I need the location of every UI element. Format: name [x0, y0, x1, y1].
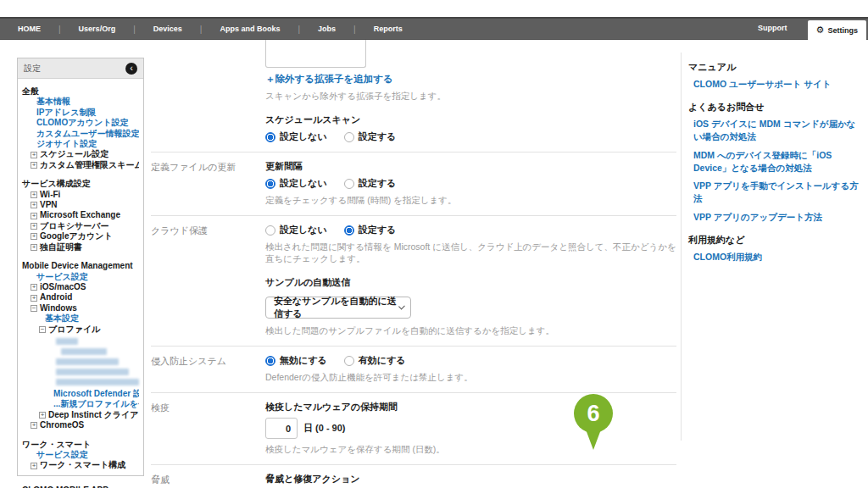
link-faq-vpp-update[interactable]: VPP アプリのアップデート方法: [693, 211, 860, 224]
sidebar-item-work-smart-service[interactable]: サービス設定: [22, 450, 139, 460]
sidebar-item-work-smart-config[interactable]: +ワーク・スマート構成: [22, 460, 139, 470]
sidebar-item-custom-user-info[interactable]: カスタムユーザー情報設定: [22, 129, 139, 139]
quarantine-retention-label: 検疫したマルウェアの保持期間: [265, 401, 676, 413]
sidebar-item-new-profile[interactable]: ...新規プロファイルを作成: [22, 399, 139, 409]
nav-item-jobs[interactable]: Jobs: [300, 25, 353, 33]
radio-label: 設定しない: [280, 224, 327, 236]
sidebar-item-android[interactable]: +Android: [22, 292, 139, 302]
auto-sample-submit-select[interactable]: 安全なサンプルを自動的に送信する: [265, 297, 411, 319]
sidebar-item-proxy-server[interactable]: +プロキシサーバー: [22, 221, 139, 231]
expand-plus-icon[interactable]: +: [31, 202, 37, 208]
sidebar-collapse-button[interactable]: ‹: [125, 63, 137, 75]
nav-item-devices[interactable]: Devices: [136, 25, 200, 33]
definition-update-section: 定義ファイルの更新 更新間隔 設定しない 設定する 定義をチェックする間隔 (時…: [151, 152, 676, 215]
expand-plus-icon[interactable]: +: [31, 422, 37, 429]
tree-label: カスタム管理権限スキーム設定: [40, 160, 139, 170]
nav-item-apps-and-books[interactable]: Apps and Books: [202, 25, 298, 33]
intrusion-prevention-radio-group: 無効にする 有効にする: [265, 354, 676, 367]
tree-label: iOS/macOS: [40, 282, 86, 292]
radio-option-not-set[interactable]: 設定しない: [265, 130, 327, 143]
terms-header: 利用規約など: [688, 234, 860, 247]
nav-item-users-org[interactable]: Users/Org: [61, 25, 134, 33]
sidebar-item-microsoft-defender-profile[interactable]: Microsoft Defender 設定プロ...: [22, 389, 139, 399]
radio-option-not-set[interactable]: 設定しない: [265, 177, 327, 190]
expand-plus-icon[interactable]: +: [31, 191, 37, 198]
vertical-divider: [681, 53, 682, 441]
auto-sample-submit-label: サンプルの自動送信: [265, 276, 676, 289]
expand-plus-icon[interactable]: +: [31, 295, 37, 302]
expand-plus-icon[interactable]: +: [31, 213, 37, 219]
sidebar-item-ios-macos[interactable]: +iOS/macOS: [22, 282, 139, 292]
link-clomo-user-support-site[interactable]: CLOMO ユーザーサポート サイト: [693, 78, 860, 91]
link-clomo-terms[interactable]: CLOMO利用規約: [693, 251, 860, 263]
nav-item-support[interactable]: Support: [758, 19, 808, 32]
tree-label: VPN: [40, 200, 58, 210]
add-exclude-extension-link[interactable]: ＋除外する拡張子を追加する: [265, 73, 676, 86]
sidebar-item-ip-restriction[interactable]: IPアドレス制限: [22, 108, 139, 118]
sidebar-item-chromeos[interactable]: +ChromeOS: [22, 420, 139, 430]
link-faq-vpp-manual-install[interactable]: VPP アプリを手動でインストールする方法: [693, 180, 860, 205]
quarantine-help: 検疫したマルウェアを保存する期間 (日数)。: [265, 444, 676, 456]
sidebar-item-geosite[interactable]: ジオサイト設定: [22, 139, 139, 149]
tree-label: Wi-Fi: [40, 190, 60, 200]
expand-plus-icon[interactable]: +: [31, 162, 37, 169]
radio-option-enable[interactable]: 有効にする: [344, 354, 406, 367]
expand-plus-icon[interactable]: +: [31, 152, 37, 158]
sidebar-item-schedule-settings[interactable]: +スケジュール設定: [22, 149, 139, 159]
radio-unselected-icon: [265, 225, 275, 236]
expand-plus-icon[interactable]: +: [31, 223, 37, 230]
redacted-profile-item: [56, 369, 129, 375]
radio-option-set[interactable]: 設定する: [344, 130, 397, 143]
nav-item-home[interactable]: HOME: [0, 25, 58, 33]
nav-item-reports[interactable]: Reports: [356, 25, 420, 33]
radio-label: 設定しない: [280, 130, 327, 143]
sidebar-item-basic-info[interactable]: 基本情報: [22, 97, 139, 107]
threat-action-label: 脅威と修復アクション: [265, 473, 676, 485]
radio-option-set[interactable]: 設定する: [344, 224, 397, 236]
sidebar-item-google-account[interactable]: +Googleアカウント: [22, 231, 139, 241]
sidebar-item-wifi[interactable]: +Wi-Fi: [22, 190, 139, 200]
row-label-empty: [151, 40, 265, 143]
intrusion-prevention-section: 侵入防止システム 無効にする 有効にする Defenderの侵入防止機能を許可ま…: [151, 346, 676, 392]
intrusion-prevention-help: Defenderの侵入防止機能を許可または禁止します。: [265, 372, 676, 384]
tree-label: ワーク・スマート構成: [40, 460, 125, 470]
gear-icon: ⚙: [816, 25, 825, 35]
expand-plus-icon[interactable]: +: [31, 463, 37, 469]
sidebar-item-custom-certificate[interactable]: +独自証明書: [22, 242, 139, 252]
definition-update-row-label: 定義ファイルの更新: [151, 160, 265, 207]
sidebar-item-mdm-service-settings[interactable]: サービス設定: [22, 272, 139, 282]
update-interval-radio-group: 設定しない 設定する: [265, 177, 676, 190]
sidebar-item-custom-admin-scheme[interactable]: +カスタム管理権限スキーム設定: [22, 160, 139, 170]
sidebar-item-deep-instinct[interactable]: +Deep Instinct クライアント...: [22, 410, 139, 420]
sidebar-item-vpn[interactable]: +VPN: [22, 200, 139, 210]
sidebar-item-windows[interactable]: −Windows: [22, 303, 139, 313]
tree-label: Android: [40, 292, 72, 302]
collapse-minus-icon[interactable]: −: [39, 326, 46, 333]
quarantine-days-input[interactable]: 0: [265, 418, 298, 439]
expand-plus-icon[interactable]: +: [31, 233, 37, 240]
tab-settings[interactable]: ⚙ Settings: [808, 20, 866, 40]
sidebar-item-windows-basic-settings[interactable]: 基本設定: [22, 313, 139, 324]
sidebar-section-general: 全般: [22, 86, 139, 97]
redacted-profile-item: [61, 348, 107, 355]
expand-plus-icon[interactable]: +: [39, 412, 46, 419]
cloud-protection-row-label: クラウド保護: [151, 224, 265, 337]
sidebar-item-clomo-account[interactable]: CLOMOアカウント設定: [22, 118, 139, 128]
radio-option-disable[interactable]: 無効にする: [265, 354, 327, 367]
quarantine-days-suffix: 日 (0 - 90): [303, 422, 346, 435]
radio-option-not-set[interactable]: 設定しない: [265, 224, 327, 236]
sidebar-header: 設定 ‹: [18, 58, 143, 79]
link-faq-ios-device[interactable]: MDM へのデバイス登録時に「iOS Device」となる場合の対処法: [693, 149, 860, 175]
sidebar-item-profile[interactable]: −プロファイル: [22, 324, 139, 335]
redacted-profile-item: [56, 379, 139, 385]
settings-sidebar: 設定 ‹ 全般 基本情報 IPアドレス制限 CLOMOアカウント設定 カスタムユ…: [17, 58, 144, 476]
sidebar-item-microsoft-exchange[interactable]: +Microsoft Exchange: [22, 210, 139, 220]
exclude-extension-input[interactable]: [265, 40, 366, 68]
expand-plus-icon[interactable]: +: [31, 244, 37, 251]
page: HOME | Users/Org | Devices | Apps and Bo…: [0, 0, 868, 488]
exclude-extension-help: スキャンから除外する拡張子を指定します。: [265, 91, 676, 103]
expand-plus-icon[interactable]: +: [31, 284, 37, 291]
radio-option-set[interactable]: 設定する: [344, 177, 397, 190]
collapse-minus-icon[interactable]: −: [31, 305, 37, 312]
link-faq-mdm-command[interactable]: iOS デバイスに MDM コマンドが届かない場合の対処法: [693, 118, 860, 143]
